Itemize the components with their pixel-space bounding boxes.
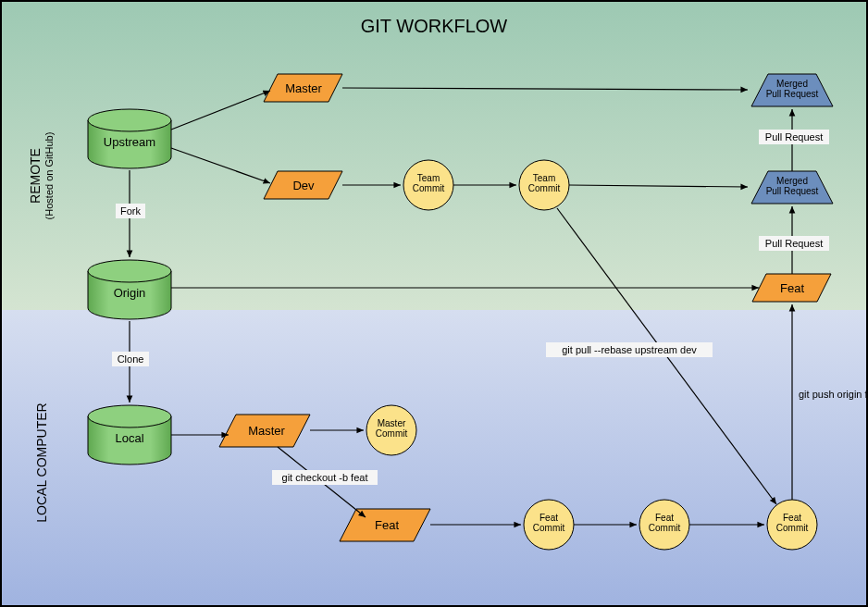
svg-text:Master: Master bbox=[285, 81, 322, 95]
svg-point-1 bbox=[88, 109, 171, 131]
git-workflow-diagram: GIT WORKFLOW REMOTE (Hosted on GitHub) L… bbox=[0, 0, 868, 607]
upstream-node: Upstream bbox=[88, 109, 171, 168]
local-label: LOCAL COMPUTER bbox=[34, 403, 49, 522]
svg-text:Master: Master bbox=[248, 424, 285, 438]
local-node: Local bbox=[88, 405, 171, 465]
feat-commit-3: FeatCommit bbox=[767, 500, 817, 550]
feat-origin-node: Feat bbox=[752, 274, 831, 302]
dev-remote-node: Dev bbox=[264, 171, 342, 199]
svg-text:Pull Request: Pull Request bbox=[765, 131, 823, 142]
team-commit-1: TeamCommit bbox=[403, 160, 453, 210]
remote-label: REMOTE bbox=[28, 148, 43, 204]
feat-commit-2: FeatCommit bbox=[639, 500, 689, 550]
svg-point-3 bbox=[88, 260, 171, 282]
origin-node: Origin bbox=[88, 260, 171, 319]
svg-text:Feat: Feat bbox=[780, 281, 804, 295]
svg-point-5 bbox=[88, 405, 171, 427]
svg-text:MasterCommit: MasterCommit bbox=[376, 418, 408, 439]
svg-text:git checkout -b feat: git checkout -b feat bbox=[282, 472, 368, 483]
svg-text:git pull --rebase upstream dev: git pull --rebase upstream dev bbox=[562, 344, 697, 355]
diagram-title: GIT WORKFLOW bbox=[361, 16, 508, 36]
svg-text:Origin: Origin bbox=[114, 286, 146, 300]
svg-text:Feat: Feat bbox=[375, 518, 399, 532]
svg-text:Clone: Clone bbox=[118, 353, 144, 365]
feat-commit-1: FeatCommit bbox=[524, 500, 574, 550]
svg-text:Pull Request: Pull Request bbox=[765, 238, 823, 249]
svg-text:git push origin feat: git push origin feat bbox=[799, 389, 868, 400]
master-remote-node: Master bbox=[264, 74, 342, 102]
remote-sublabel: (Hosted on GitHub) bbox=[43, 132, 55, 220]
master-commit: MasterCommit bbox=[366, 405, 416, 455]
svg-text:Fork: Fork bbox=[120, 205, 142, 217]
svg-text:Upstream: Upstream bbox=[104, 135, 155, 149]
svg-text:Local: Local bbox=[115, 431, 143, 445]
team-commit-2: TeamCommit bbox=[519, 160, 569, 210]
svg-text:Dev: Dev bbox=[292, 179, 315, 192]
